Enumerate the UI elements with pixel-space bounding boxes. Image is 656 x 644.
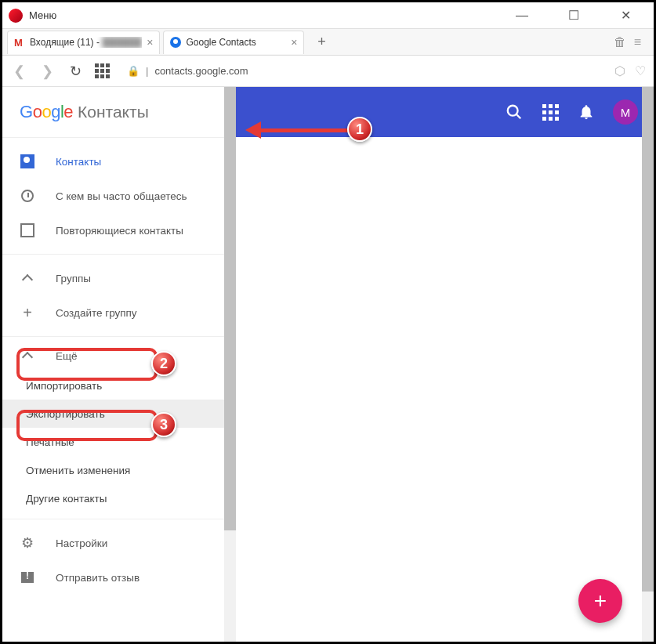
chevron-up-icon [20,348,35,364]
main-scrollbar-top[interactable] [642,87,654,137]
main-scrollbar[interactable] [642,137,654,642]
sidebar-item-label: Отправить отзыв [56,572,140,584]
sidebar-item-groups[interactable]: Группы [2,261,236,295]
app-header: M [236,87,654,137]
tab-close-button[interactable]: × [147,36,153,49]
scrollbar-thumb[interactable] [224,87,236,530]
sidebar-item-frequent[interactable]: С кем вы часто общаетесь [2,179,236,213]
back-button[interactable]: ❮ [10,63,27,80]
sidebar-item-label: Контакты [56,156,101,168]
forward-button[interactable]: ❯ [38,63,56,80]
tab-google-contacts[interactable]: Google Contacts × [163,31,304,54]
sidebar-scrollbar[interactable] [224,87,236,642]
duplicate-icon [20,223,35,238]
account-avatar[interactable]: M [613,99,638,125]
sidebar-item-label: Создайте группу [56,307,137,319]
tab-menu-icon[interactable]: ≡ [634,35,641,49]
contacts-icon [20,154,35,169]
sidebar-header: Google Контакты [2,87,236,137]
tab-gmail[interactable]: Входящие (11) - ██████ × [7,31,160,54]
url-text: contacts.google.com [154,65,248,77]
shield-icon[interactable]: ⬡ [614,63,625,78]
notifications-button[interactable] [577,103,596,121]
close-window-button[interactable]: ✕ [611,8,640,23]
tabstrip-actions: 🗑 ≡ [614,35,649,49]
url-field[interactable]: 🔒 | contacts.google.com [121,60,603,82]
page-content: Google Контакты Контакты С кем вы часто … [2,87,654,642]
sidebar-item-label: Ещё [56,350,78,362]
sidebar-item-print[interactable]: Печатные [2,428,236,456]
search-button[interactable] [505,103,524,121]
google-logo: Google [20,102,73,122]
clock-icon [20,188,35,204]
sidebar-item-create-group[interactable]: + Создайте группу [2,295,236,330]
plus-icon: + [20,305,35,320]
menu-button[interactable]: Меню [29,9,56,21]
feedback-icon [20,570,35,585]
sidebar: Google Контакты Контакты С кем вы часто … [2,87,236,642]
app-title: Контакты [78,103,149,121]
gear-icon: ⚙ [20,535,35,551]
apps-button[interactable] [541,103,560,121]
add-contact-fab[interactable]: + [578,579,622,623]
titlebar: Меню — ☐ ✕ [2,2,654,29]
sidebar-item-label: Группы [56,273,91,284]
sidebar-item-label: Настройки [56,537,107,549]
browser-window: Меню — ☐ ✕ Входящие (11) - ██████ × Goog… [0,0,656,644]
address-bar: ❮ ❯ ↻ 🔒 | contacts.google.com ⬡ ♡ [2,56,654,87]
sidebar-item-undo[interactable]: Отменить изменения [2,456,236,484]
main-panel: M + [236,87,654,642]
sidebar-item-settings[interactable]: ⚙ Настройки [2,526,236,560]
sidebar-item-feedback[interactable]: Отправить отзыв [2,560,236,595]
contacts-favicon-icon [170,37,181,48]
opera-icon [9,9,23,23]
trash-icon[interactable]: 🗑 [614,35,626,49]
sidebar-item-label: Повторяющиеся контакты [56,225,183,237]
lock-icon: 🔒 [127,65,140,77]
sidebar-item-import[interactable]: Импортировать [2,371,236,400]
sidebar-item-more[interactable]: Ещё [2,340,236,371]
sidebar-item-other-contacts[interactable]: Другие контакты [2,484,236,512]
tab-strip: Входящие (11) - ██████ × Google Contacts… [2,29,654,56]
maximize-button[interactable]: ☐ [560,8,588,23]
speed-dial-button[interactable] [95,63,110,78]
scrollbar-thumb[interactable] [642,137,654,592]
minimize-button[interactable]: — [508,9,536,23]
svg-line-1 [516,114,521,119]
sidebar-item-duplicates[interactable]: Повторяющиеся контакты [2,213,236,248]
tab-close-button[interactable]: × [291,36,297,49]
window-controls: — ☐ ✕ [508,8,647,23]
reload-button[interactable]: ↻ [67,63,84,80]
sidebar-item-contacts[interactable]: Контакты [2,144,236,179]
gmail-favicon-icon [14,37,25,48]
new-tab-button[interactable]: + [312,33,331,52]
tab-title: Входящие (11) - ██████ [30,37,142,48]
tab-title: Google Contacts [186,37,286,48]
sidebar-item-export[interactable]: Экспортировать [2,400,236,428]
sidebar-item-label: С кем вы часто общаетесь [56,190,187,202]
heart-icon[interactable]: ♡ [635,63,646,78]
svg-point-0 [508,106,518,116]
chevron-up-icon [20,270,35,286]
